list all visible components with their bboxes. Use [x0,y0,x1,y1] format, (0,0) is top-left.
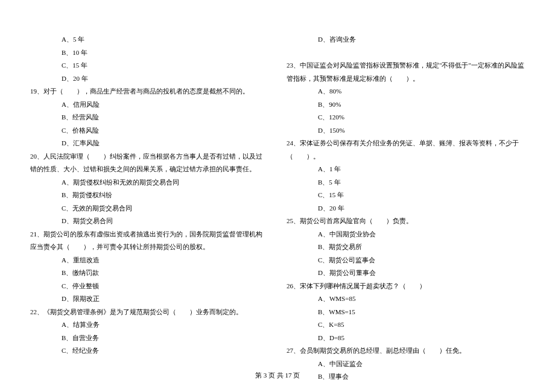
option: A、中国证监会 [287,358,525,371]
option: D、限期改正 [30,292,268,306]
option: A、期货侵权纠纷和无效的期货交易合同 [30,176,268,189]
option: B、缴纳罚款 [30,267,268,280]
option: A、80% [287,85,525,98]
option: D、150% [287,124,525,138]
question-19: 19、对于（ ），商品生产经营者与商品的投机者的态度是截然不同的。 [30,85,268,98]
option: D、D=85 [287,332,525,345]
option: D、期货公司董事会 [287,267,525,280]
question-23: 23、中国证监会对风险监管指标设置预警标准，规定"不得低于"一定标准的风险监管指… [287,59,525,85]
option: D、咨询业务 [287,33,525,46]
option: B、期货侵权纠纷 [30,189,268,202]
option: B、5 年 [287,176,525,189]
option: D、期货交易合同 [30,215,268,228]
page-footer: 第 3 页 共 17 页 [0,371,555,380]
question-25: 25、期货公司首席风险官向（ ）负责。 [287,215,525,228]
option: C、期货公司监事会 [287,254,525,267]
option: B、WMS=15 [287,306,525,319]
option: A、中国期货业协会 [287,228,525,241]
option: B、自营业务 [30,332,268,345]
option: D、20 年 [287,202,525,215]
spacer [287,46,525,60]
option: A、5 年 [30,33,268,46]
option: C、120% [287,111,525,124]
question-20: 20、人民法院审理（ ）纠纷案件，应当根据各方当事人是否有过错，以及过错的性质、… [30,150,268,176]
option: B、经营风险 [30,111,268,124]
option: D、20 年 [30,72,268,86]
option: C、15 年 [287,189,525,202]
option: A、信用风险 [30,98,268,112]
option: C、经纪业务 [30,344,268,358]
option: B、90% [287,98,525,112]
option: C、价格风险 [30,124,268,138]
option: A、结算业务 [30,318,268,332]
option: B、期货交易所 [287,241,525,254]
right-column: D、咨询业务 23、中国证监会对风险监管指标设置预警标准，规定"不得低于"一定标… [287,33,525,371]
option: A、WMS=85 [287,292,525,306]
option: C、15 年 [30,59,268,72]
option: C、停业整顿 [30,280,268,293]
option: D、汇率风险 [30,137,268,150]
question-21: 21、期货公司的股东有虚假出资或者抽逃出资行为的，国务院期货监督管理机构应当责令… [30,228,268,254]
question-26: 26、宋体下列哪种情况属于超卖状态？（ ） [287,280,525,293]
option: C、K=85 [287,318,525,332]
option: A、1 年 [287,163,525,176]
left-column: A、5 年 B、10 年 C、15 年 D、20 年 19、对于（ ），商品生产… [30,33,268,371]
question-22: 22、《期货交易管理条例》是为了规范期货公司（ ）业务而制定的。 [30,306,268,319]
question-27: 27、会员制期货交易所的总经理、副总经理由（ ）任免。 [287,344,525,358]
option: A、重组改造 [30,254,268,267]
option: C、无效的期货交易合同 [30,202,268,215]
option: B、10 年 [30,46,268,60]
question-24: 24、宋体证券公司保存有关介绍业务的凭证、单据、账簿、报表等资料，不少于（ ）。 [287,137,525,163]
